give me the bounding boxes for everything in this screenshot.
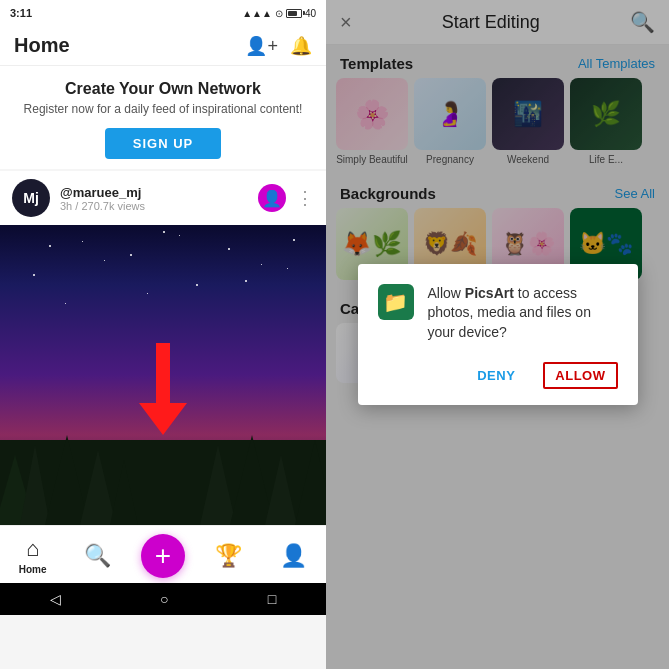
home-icon: ⌂ [26,536,39,562]
recents-button[interactable]: □ [268,591,276,607]
dialog-top: 📁 Allow PicsArt to access photos, media … [378,284,618,343]
dialog-app-name: PicsArt [465,285,514,301]
banner-subtitle: Register now for a daily feed of inspira… [16,102,310,116]
status-time: 3:11 [10,7,32,19]
nav-home[interactable]: ⌂ Home [0,536,65,575]
bottom-nav: ⌂ Home 🔍 + 🏆 👤 [0,525,326,583]
more-options-button[interactable]: ⋮ [296,187,314,209]
dialog-overlay: 📁 Allow PicsArt to access photos, media … [326,0,669,669]
nav-search[interactable]: 🔍 [65,543,130,569]
left-panel: 3:11 ▲▲▲ ⊙ 40 Home 👤+ 🔔 Create Your Own … [0,0,326,669]
post-info: @maruee_mj 3h / 270.7k views [60,185,248,212]
follow-icon: 👤 [262,189,282,208]
search-nav-icon: 🔍 [84,543,111,569]
nav-home-label: Home [19,564,47,575]
post-meta: 3h / 270.7k views [60,200,248,212]
home-button[interactable]: ○ [160,591,168,607]
post-header: Mj @maruee_mj 3h / 270.7k views 👤 ⋮ [0,171,326,225]
status-icons: ▲▲▲ ⊙ 40 [242,8,316,19]
follow-button[interactable]: 👤 [258,184,286,212]
nav-add[interactable]: + [130,534,195,578]
header-icons: 👤+ 🔔 [245,35,312,57]
post-image [0,225,326,525]
deny-button[interactable]: DENY [469,362,523,389]
post-username: @maruee_mj [60,185,248,200]
add-button[interactable]: + [141,534,185,578]
battery-level: 40 [305,8,316,19]
signal-icon: ▲▲▲ [242,8,272,19]
profile-icon: 👤 [280,543,307,569]
nav-trophy[interactable]: 🏆 [196,543,261,569]
wifi-icon: ⊙ [275,8,283,19]
dialog-buttons: DENY ALLOW [378,362,618,389]
dialog-folder-icon: 📁 [378,284,414,320]
system-nav: ◁ ○ □ [0,583,326,615]
banner: Create Your Own Network Register now for… [0,66,326,169]
avatar: Mj [12,179,50,217]
allow-button[interactable]: ALLOW [543,362,617,389]
signup-button[interactable]: SIGN UP [105,128,221,159]
app-title: Home [14,34,70,57]
notifications-icon[interactable]: 🔔 [290,35,312,57]
status-bar: 3:11 ▲▲▲ ⊙ 40 [0,0,326,26]
trees-layer [0,440,326,525]
banner-title: Create Your Own Network [16,80,310,98]
dialog-text-prefix: Allow [428,285,465,301]
trophy-icon: 🏆 [215,543,242,569]
dialog-text: Allow PicsArt to access photos, media an… [428,284,618,343]
right-panel: × Start Editing 🔍 Templates All Template… [326,0,669,669]
add-person-icon[interactable]: 👤+ [245,35,278,57]
folder-icon: 📁 [383,290,408,314]
app-header: Home 👤+ 🔔 [0,26,326,66]
back-button[interactable]: ◁ [50,591,61,607]
battery-icon [286,9,302,18]
add-icon: + [155,540,171,572]
nav-profile[interactable]: 👤 [261,543,326,569]
permission-dialog: 📁 Allow PicsArt to access photos, media … [358,264,638,406]
arrow-down [139,343,187,435]
